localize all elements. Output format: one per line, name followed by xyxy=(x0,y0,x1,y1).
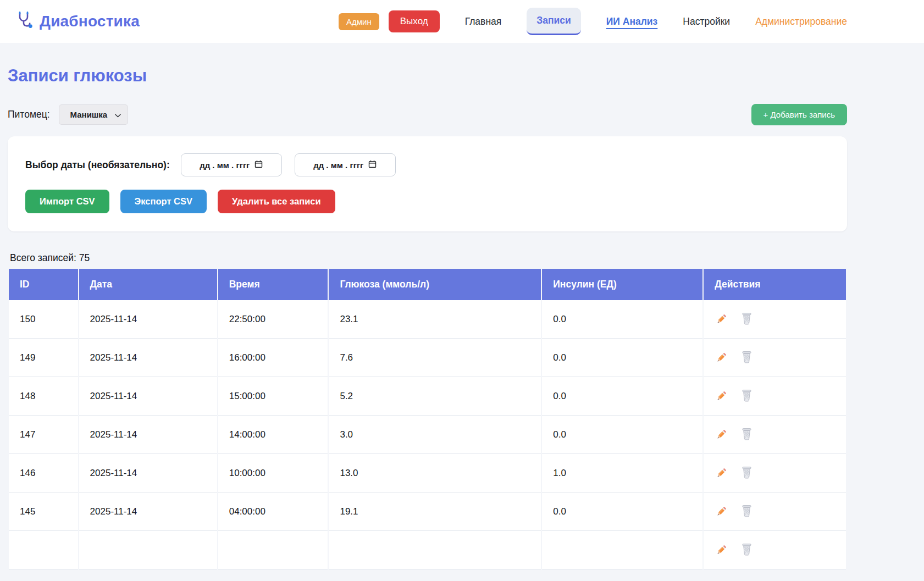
cell-insulin: 1.0 xyxy=(542,454,702,493)
logout-button[interactable]: Выход xyxy=(389,10,440,32)
trash-icon xyxy=(741,395,753,403)
cell-time: 15:00:00 xyxy=(218,377,328,416)
pencil-icon xyxy=(716,511,727,519)
cell-date: 2025-11-14 xyxy=(79,416,217,454)
cell-glucose: 3.0 xyxy=(329,416,541,454)
nav-link-settings[interactable]: Настройки xyxy=(683,16,730,27)
main-nav: Админ Выход Главная Записи ИИ Анализ Нас… xyxy=(339,8,847,35)
cell-actions xyxy=(704,531,846,569)
edit-record-button[interactable] xyxy=(715,428,728,443)
cell-insulin xyxy=(542,531,702,569)
topbar: Диабностика Админ Выход Главная Записи И… xyxy=(0,0,924,43)
table-row: 149 2025-11-14 16:00:00 7.6 0.0 xyxy=(9,339,846,377)
cell-glucose: 19.1 xyxy=(329,493,541,531)
edit-record-button[interactable] xyxy=(715,389,728,405)
stethoscope-icon xyxy=(14,10,34,32)
date-from-placeholder: дд . мм . гггг xyxy=(200,161,250,170)
table-row: 147 2025-11-14 14:00:00 3.0 0.0 xyxy=(9,416,846,454)
cell-date: 2025-11-14 xyxy=(79,454,217,493)
edit-record-button[interactable] xyxy=(715,505,728,520)
trash-icon xyxy=(741,318,753,327)
trash-icon xyxy=(741,549,753,557)
pencil-icon xyxy=(716,549,727,557)
delete-record-button[interactable] xyxy=(740,388,754,405)
header-glucose: Глюкоза (ммоль/л) xyxy=(329,269,541,300)
table-row xyxy=(9,531,846,569)
cell-id xyxy=(9,531,78,569)
header-time: Время xyxy=(218,269,328,300)
date-to-placeholder: дд . мм . гггг xyxy=(313,161,363,170)
cell-actions xyxy=(704,454,846,493)
import-csv-button[interactable]: Импорт CSV xyxy=(25,190,109,213)
add-record-button[interactable]: + Добавить запись xyxy=(751,104,847,125)
cell-time xyxy=(218,531,328,569)
pet-select-value: Манишка xyxy=(70,110,108,119)
records-table-body: 150 2025-11-14 22:50:00 23.1 0.0 xyxy=(9,300,846,569)
header-actions: Действия xyxy=(704,269,846,300)
cell-actions xyxy=(704,300,846,339)
brand: Диабностика xyxy=(8,10,140,32)
cell-time: 22:50:00 xyxy=(218,300,328,339)
app-title: Диабностика xyxy=(40,13,140,30)
nav-tab-records[interactable]: Записи xyxy=(527,8,581,35)
nav-link-administration[interactable]: Администрирование xyxy=(755,16,847,27)
cell-glucose: 5.2 xyxy=(329,377,541,416)
nav-link-home[interactable]: Главная xyxy=(465,16,502,27)
cell-glucose xyxy=(329,531,541,569)
delete-record-button[interactable] xyxy=(740,350,754,366)
delete-record-button[interactable] xyxy=(740,311,754,328)
cell-date: 2025-11-14 xyxy=(79,300,217,339)
pencil-icon xyxy=(716,357,727,365)
date-to-input[interactable]: дд . мм . гггг xyxy=(295,153,396,176)
cell-insulin: 0.0 xyxy=(542,300,702,339)
total-records-label: Всего записей: 75 xyxy=(8,252,847,264)
edit-record-button[interactable] xyxy=(715,351,728,366)
delete-record-button[interactable] xyxy=(740,503,754,520)
pet-label: Питомец: xyxy=(8,109,50,120)
trash-icon xyxy=(741,357,753,365)
cell-date: 2025-11-14 xyxy=(79,493,217,531)
header-date: Дата xyxy=(79,269,217,300)
main-content: Записи глюкозы Питомец: Манишка + Добави… xyxy=(8,66,847,569)
calendar-icon[interactable] xyxy=(254,160,263,170)
date-filter-label: Выбор даты (необязательно): xyxy=(25,159,170,171)
table-row: 146 2025-11-14 10:00:00 13.0 1.0 xyxy=(9,454,846,493)
cell-actions xyxy=(704,339,846,377)
cell-glucose: 13.0 xyxy=(329,454,541,493)
cell-actions xyxy=(704,377,846,416)
cell-id: 145 xyxy=(9,493,78,531)
delete-record-button[interactable] xyxy=(740,427,754,443)
cell-id: 150 xyxy=(9,300,78,339)
nav-link-ai-analysis[interactable]: ИИ Анализ xyxy=(606,16,658,27)
date-from-input[interactable]: дд . мм . гггг xyxy=(181,153,282,176)
cell-glucose: 23.1 xyxy=(329,300,541,339)
trash-icon xyxy=(741,472,753,480)
cell-id: 148 xyxy=(9,377,78,416)
chevron-down-icon xyxy=(115,110,121,119)
calendar-icon[interactable] xyxy=(368,160,377,170)
date-filter-card: Выбор даты (необязательно): дд . мм . гг… xyxy=(8,136,847,231)
cell-date: 2025-11-14 xyxy=(79,377,217,416)
cell-date: 2025-11-14 xyxy=(79,339,217,377)
table-row: 145 2025-11-14 04:00:00 19.1 0.0 xyxy=(9,493,846,531)
table-row: 148 2025-11-14 15:00:00 5.2 0.0 xyxy=(9,377,846,416)
edit-record-button[interactable] xyxy=(715,466,728,482)
glucose-records-table: ID Дата Время Глюкоза (ммоль/л) Инсулин … xyxy=(8,269,847,569)
admin-role-badge: Админ xyxy=(339,13,379,30)
trash-icon xyxy=(741,434,753,442)
trash-icon xyxy=(741,511,753,519)
edit-record-button[interactable] xyxy=(715,543,728,558)
export-csv-button[interactable]: Экспорт CSV xyxy=(120,190,207,213)
cell-time: 14:00:00 xyxy=(218,416,328,454)
cell-insulin: 0.0 xyxy=(542,493,702,531)
edit-record-button[interactable] xyxy=(715,312,728,328)
cell-id: 149 xyxy=(9,339,78,377)
delete-record-button[interactable] xyxy=(740,465,754,482)
pet-select[interactable]: Манишка xyxy=(59,104,129,125)
delete-record-button[interactable] xyxy=(740,542,754,558)
pencil-icon xyxy=(716,434,727,442)
cell-glucose: 7.6 xyxy=(329,339,541,377)
delete-all-records-button[interactable]: Удалить все записи xyxy=(218,190,335,213)
header-id: ID xyxy=(9,269,78,300)
cell-time: 10:00:00 xyxy=(218,454,328,493)
